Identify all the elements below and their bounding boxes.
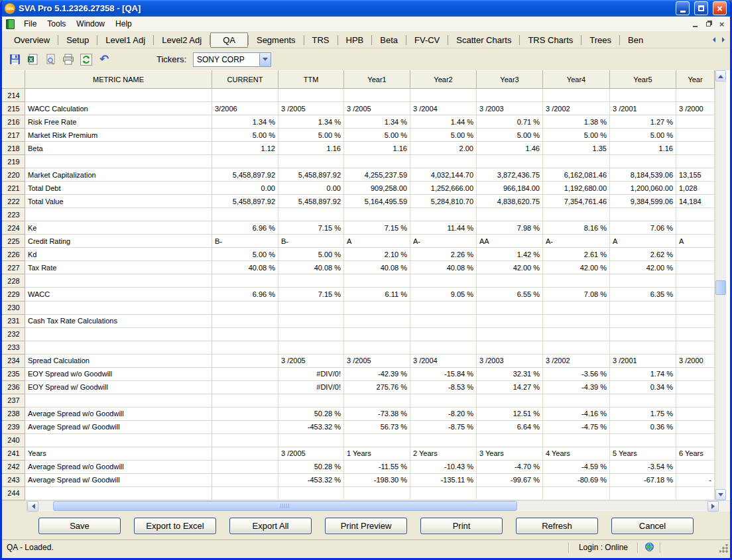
grid-cell[interactable]: 3 /2003 (477, 354, 543, 367)
row-header[interactable]: 231 (3, 314, 25, 327)
column-header-year3[interactable]: Year3 (477, 71, 543, 89)
column-header-year1[interactable]: Year1 (344, 71, 410, 89)
grid-cell[interactable]: 909,258.00 (344, 182, 410, 195)
grid-cell[interactable] (212, 301, 278, 314)
grid-cell[interactable]: 5.00 % (610, 129, 676, 142)
grid-cell[interactable]: 0.34 % (610, 380, 676, 394)
cancel-button[interactable]: Cancel (611, 518, 694, 534)
grid-cell[interactable] (278, 314, 344, 327)
metric-name-cell[interactable]: Market Capitalization (25, 168, 212, 182)
grid-cell[interactable]: 5.00 % (410, 129, 477, 142)
grid-cell[interactable]: 6,162,081.46 (543, 168, 610, 182)
grid-cell[interactable] (477, 433, 543, 447)
grid-cell[interactable]: 1.34 % (278, 115, 344, 129)
grid-cell[interactable]: 1.16 (610, 142, 676, 155)
grid-cell[interactable] (212, 367, 278, 380)
tab-scatter-charts[interactable]: Scatter Charts (448, 32, 519, 48)
grid-cell[interactable]: -3.54 % (610, 460, 676, 473)
grid-cell[interactable] (676, 486, 715, 500)
grid-cell[interactable]: 5.00 % (543, 129, 610, 142)
grid-cell[interactable]: 5,458,897.92 (278, 168, 344, 182)
menu-file[interactable]: File (19, 17, 42, 30)
column-header-year5[interactable]: Year5 (610, 71, 676, 89)
grid-cell[interactable] (676, 208, 715, 221)
metric-name-cell[interactable] (25, 155, 212, 168)
grid-cell[interactable] (344, 208, 410, 221)
metric-name-cell[interactable]: Years (25, 447, 212, 460)
grid-cell[interactable] (212, 433, 278, 447)
grid-cell[interactable]: -15.84 % (410, 367, 477, 380)
grid-cell[interactable]: 12.51 % (477, 407, 543, 420)
grid-cell[interactable]: 6.35 % (610, 288, 676, 301)
grid-cell[interactable]: 3 /2001 (610, 102, 676, 115)
column-header-year4[interactable]: Year4 (543, 71, 610, 89)
grid-cell[interactable] (477, 327, 543, 341)
row-header[interactable]: 243 (3, 473, 25, 486)
grid-cell[interactable]: B- (212, 235, 278, 248)
row-header[interactable]: 228 (3, 274, 25, 288)
grid-cell[interactable]: 1.35 (543, 142, 610, 155)
grid-cell[interactable]: 7.15 % (278, 288, 344, 301)
grid-cell[interactable] (344, 327, 410, 341)
grid-cell[interactable] (676, 341, 715, 354)
grid-cell[interactable] (410, 486, 477, 500)
grid-cell[interactable] (676, 460, 715, 473)
grid-cell[interactable]: 1,252,666.00 (410, 182, 477, 195)
grid-cell[interactable]: 3 /2000 (676, 354, 715, 367)
metric-name-cell[interactable]: Average Spread w/ Goodwill (25, 420, 212, 433)
grid-cell[interactable]: 1,192,680.00 (543, 182, 610, 195)
grid-cell[interactable] (676, 420, 715, 433)
grid-cell[interactable] (610, 486, 676, 500)
print-icon[interactable] (62, 53, 75, 66)
grid-cell[interactable]: 6.11 % (344, 288, 410, 301)
grid-cell[interactable]: 6.64 % (477, 420, 543, 433)
grid-cell[interactable]: 4,255,237.59 (344, 168, 410, 182)
scroll-right-button[interactable] (707, 501, 719, 512)
tab-level1-adj[interactable]: Level1 Adj (97, 32, 153, 48)
close-button[interactable]: × (713, 1, 727, 15)
grid-cell[interactable] (543, 327, 610, 341)
grid-cell[interactable] (543, 486, 610, 500)
scroll-up-button[interactable] (715, 70, 726, 82)
minimize-button[interactable] (676, 1, 690, 15)
grid-cell[interactable] (212, 208, 278, 221)
grid-cell[interactable] (543, 274, 610, 288)
grid-cell[interactable]: 1.16 (278, 142, 344, 155)
metric-name-cell[interactable] (25, 208, 212, 221)
tickers-dropdown-button[interactable] (259, 53, 271, 66)
metric-name-cell[interactable] (25, 341, 212, 354)
grid-cell[interactable]: #DIV/0! (278, 367, 344, 380)
grid-cell[interactable]: AA (477, 235, 543, 248)
metric-name-cell[interactable]: Beta (25, 142, 212, 155)
grid-cell[interactable]: 5 Years (610, 447, 676, 460)
grid-cell[interactable] (344, 155, 410, 168)
row-header[interactable]: 237 (3, 394, 25, 407)
row-header[interactable]: 217 (3, 129, 25, 142)
grid-cell[interactable]: 4 Years (543, 447, 610, 460)
row-header[interactable]: 218 (3, 142, 25, 155)
grid-cell[interactable]: 0.36 % (610, 420, 676, 433)
grid-cell[interactable] (543, 394, 610, 407)
grid-cell[interactable]: 3 /2003 (477, 102, 543, 115)
grid-cell[interactable]: 7.15 % (278, 221, 344, 235)
grid-cell[interactable] (610, 433, 676, 447)
grid-cell[interactable]: 3 /2005 (344, 102, 410, 115)
grid-cell[interactable]: 5.00 % (212, 248, 278, 261)
grid-cell[interactable] (477, 341, 543, 354)
grid-cell[interactable] (543, 433, 610, 447)
export-to-excel-button[interactable]: Export to Excel (134, 518, 216, 534)
grid-cell[interactable]: 11.44 % (410, 221, 477, 235)
tab-hpb[interactable]: HPB (338, 32, 372, 48)
grid-cell[interactable] (477, 301, 543, 314)
grid-cell[interactable]: -453.32 % (278, 473, 344, 486)
grid-cell[interactable] (212, 460, 278, 473)
grid-cell[interactable]: 8.16 % (543, 221, 610, 235)
metric-name-cell[interactable]: Tax Rate (25, 261, 212, 274)
grid-cell[interactable]: 8,184,539.06 (610, 168, 676, 182)
grid-cell[interactable]: -99.67 % (477, 473, 543, 486)
grid-cell[interactable]: 3 /2005 (344, 354, 410, 367)
menu-help[interactable]: Help (110, 17, 137, 30)
grid-cell[interactable] (610, 394, 676, 407)
grid-cell[interactable] (212, 486, 278, 500)
grid-cell[interactable] (344, 433, 410, 447)
